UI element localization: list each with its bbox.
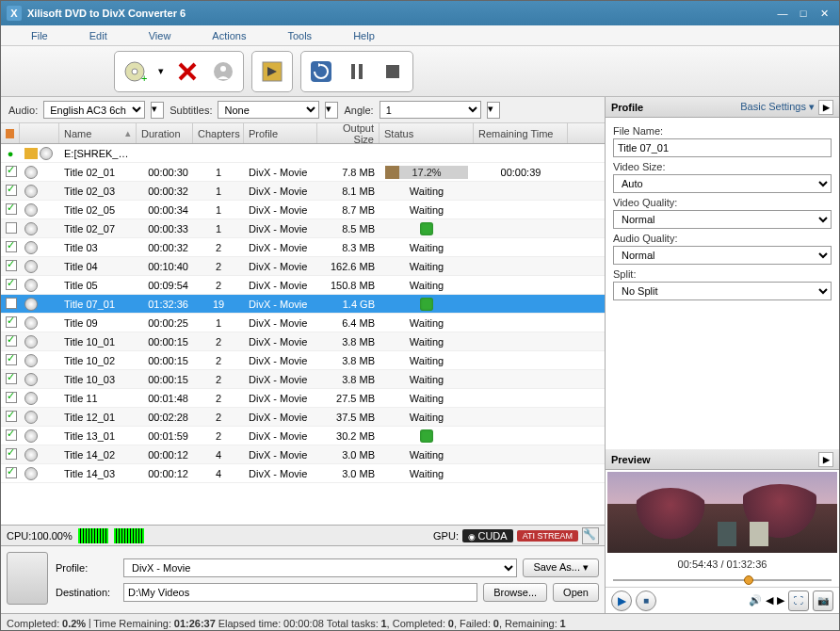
row-checkbox[interactable] (6, 373, 17, 384)
videosize-select[interactable]: Auto (613, 174, 832, 193)
table-row[interactable]: Title 07_0101:32:3619DivX - Movie1.4 GB (1, 295, 605, 314)
row-checkbox[interactable] (6, 166, 17, 177)
profile-collapse-button[interactable]: ▶ (818, 100, 833, 115)
table-row[interactable]: Title 02_0100:00:301DivX - Movie7.8 MB17… (1, 163, 605, 182)
audio-select[interactable]: English AC3 6ch (0x8 (43, 101, 145, 119)
add-disc-dropdown[interactable]: ▾ (154, 56, 168, 88)
pause-button[interactable] (341, 56, 373, 88)
row-checkbox[interactable] (6, 298, 17, 309)
open-button[interactable]: Open (553, 583, 599, 602)
row-name: Title 11 (59, 393, 137, 404)
table-row[interactable]: Title 13_0100:01:592DivX - Movie30.2 MB (1, 427, 605, 445)
table-row[interactable]: Title 02_0300:00:321DivX - Movie8.1 MBWa… (1, 182, 605, 201)
browse-button[interactable]: Browse... (483, 583, 547, 602)
row-output-size: 8.7 MB (317, 204, 380, 216)
fullscreen-button[interactable]: ⛶ (788, 591, 809, 611)
prev-button[interactable]: ◀ (766, 594, 773, 607)
row-checkbox[interactable] (6, 335, 17, 347)
table-row[interactable]: Title 02_0500:00:341DivX - Movie8.7 MBWa… (1, 201, 605, 219)
menu-edit[interactable]: Edit (69, 30, 128, 41)
gpu-settings-button[interactable]: 🔧 (582, 527, 599, 544)
split-select[interactable]: No Split (613, 282, 832, 300)
preview-slider[interactable] (613, 574, 832, 587)
subtitles-select[interactable]: None (218, 101, 319, 119)
filename-input[interactable] (613, 138, 832, 157)
menu-tools[interactable]: Tools (267, 30, 332, 41)
col-name[interactable]: Name▴ (59, 123, 137, 143)
row-checkbox[interactable] (6, 185, 17, 196)
destination-input[interactable] (123, 583, 477, 602)
grid-body[interactable]: ● E:[SHREK_TH...Title 02_0100:00:301DivX… (1, 144, 605, 525)
disc-icon (24, 222, 38, 235)
close-button[interactable]: ✕ (815, 6, 833, 21)
audioq-select[interactable]: Normal (613, 246, 832, 265)
col-status[interactable]: Status (380, 123, 474, 143)
table-row[interactable]: Title 14_0300:00:124DivX - Movie3.0 MBWa… (1, 464, 605, 483)
row-checkbox[interactable] (6, 354, 17, 365)
refresh-button[interactable] (305, 56, 337, 88)
disc-icon (24, 185, 38, 198)
snapshot-button[interactable]: 📷 (813, 591, 833, 611)
col-profile[interactable]: Profile (244, 123, 317, 143)
table-row[interactable]: Title 0500:09:542DivX - Movie150.8 MBWai… (1, 276, 605, 295)
row-duration: 00:02:28 (137, 412, 193, 423)
row-checkbox[interactable] (6, 411, 17, 422)
convert-button[interactable] (256, 56, 288, 88)
row-checkbox[interactable] (6, 279, 17, 290)
audio-dropdown[interactable]: ▾ (151, 102, 164, 119)
col-output-size[interactable]: Output Size (317, 123, 380, 143)
videoq-select[interactable]: Normal (613, 210, 832, 229)
row-checkbox[interactable] (6, 392, 17, 403)
row-checkbox[interactable] (6, 429, 17, 441)
source-row[interactable]: ● E:[SHREK_TH... (1, 144, 605, 163)
expand-icon[interactable]: ● (1, 148, 20, 159)
save-as-button[interactable]: Save As... ▾ (523, 558, 599, 577)
table-row[interactable]: Title 02_0700:00:331DivX - Movie8.5 MB (1, 219, 605, 238)
split-label: Split: (613, 268, 832, 280)
volume-icon[interactable]: 🔊 (749, 594, 762, 607)
table-row[interactable]: Title 10_0200:00:152DivX - Movie3.8 MBWa… (1, 351, 605, 370)
play-button[interactable]: ▶ (611, 591, 632, 611)
preview-collapse-button[interactable]: ▶ (818, 452, 833, 467)
subtitles-dropdown[interactable]: ▾ (325, 102, 338, 119)
row-checkbox[interactable] (6, 203, 17, 215)
menu-view[interactable]: View (128, 30, 192, 41)
col-remaining[interactable]: Remaining Time (474, 123, 568, 143)
table-row[interactable]: Title 0900:00:251DivX - Movie6.4 MBWaiti… (1, 314, 605, 332)
row-checkbox[interactable] (6, 316, 17, 328)
angle-select[interactable]: 1 (380, 101, 481, 119)
table-row[interactable]: Title 10_0300:00:152DivX - Movie3.8 MBWa… (1, 370, 605, 389)
disc-icon (24, 241, 38, 254)
row-checkbox[interactable] (6, 467, 17, 478)
add-disc-button[interactable]: + (119, 56, 151, 88)
row-checkbox[interactable] (6, 222, 17, 234)
row-checkbox[interactable] (6, 241, 17, 252)
table-row[interactable]: Title 0400:10:402DivX - Movie162.6 MBWai… (1, 257, 605, 276)
row-checkbox[interactable] (6, 448, 17, 460)
stop-button[interactable] (377, 56, 409, 88)
table-row[interactable]: Title 14_0200:00:124DivX - Movie3.0 MBWa… (1, 445, 605, 464)
table-row[interactable]: Title 12_0100:02:282DivX - Movie37.5 MBW… (1, 408, 605, 427)
user-button[interactable] (207, 56, 239, 88)
menu-actions[interactable]: Actions (191, 30, 267, 41)
row-checkbox[interactable] (6, 260, 17, 271)
minimize-button[interactable]: — (773, 6, 792, 21)
table-row[interactable]: Title 10_0100:00:152DivX - Movie3.8 MBWa… (1, 332, 605, 351)
basic-settings-link[interactable]: Basic Settings ▾ (740, 101, 815, 113)
col-select-all[interactable] (1, 123, 20, 143)
preview-slider-thumb[interactable] (744, 575, 753, 585)
table-row[interactable]: Title 1100:01:482DivX - Movie27.5 MBWait… (1, 389, 605, 408)
remove-button[interactable] (171, 56, 203, 88)
menu-file[interactable]: File (10, 30, 69, 41)
profile-select[interactable]: DivX - Movie (123, 558, 517, 577)
angle-dropdown[interactable]: ▾ (487, 102, 500, 119)
col-chapters[interactable]: Chapters (193, 123, 244, 143)
table-row[interactable]: Title 0300:00:322DivX - Movie8.3 MBWaiti… (1, 238, 605, 257)
menu-help[interactable]: Help (332, 30, 396, 41)
col-icon[interactable] (20, 123, 59, 143)
next-button[interactable]: ▶ (777, 594, 784, 607)
row-output-size: 3.0 MB (317, 468, 380, 479)
stop-preview-button[interactable]: ■ (636, 591, 656, 611)
maximize-button[interactable]: □ (794, 6, 813, 21)
col-duration[interactable]: Duration (137, 123, 193, 143)
